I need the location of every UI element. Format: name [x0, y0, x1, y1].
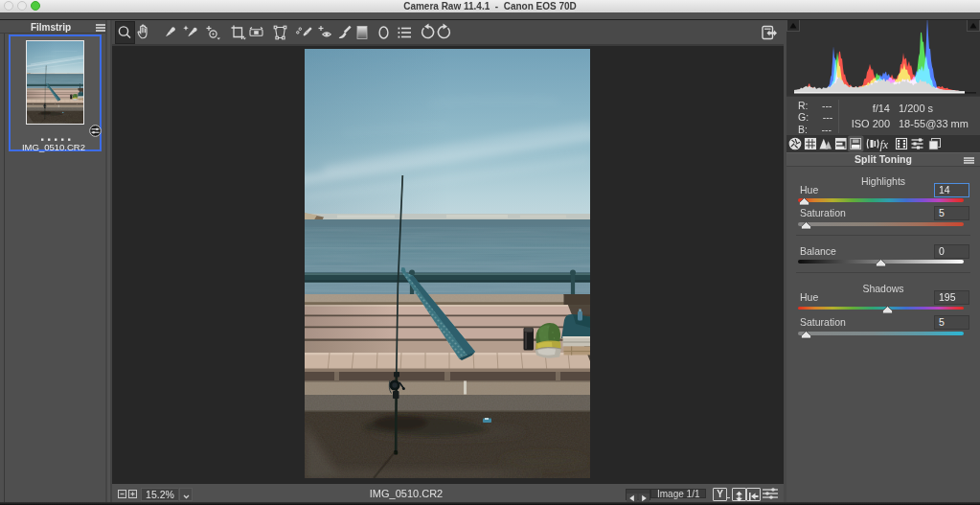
- svg-text:fx: fx: [880, 138, 889, 151]
